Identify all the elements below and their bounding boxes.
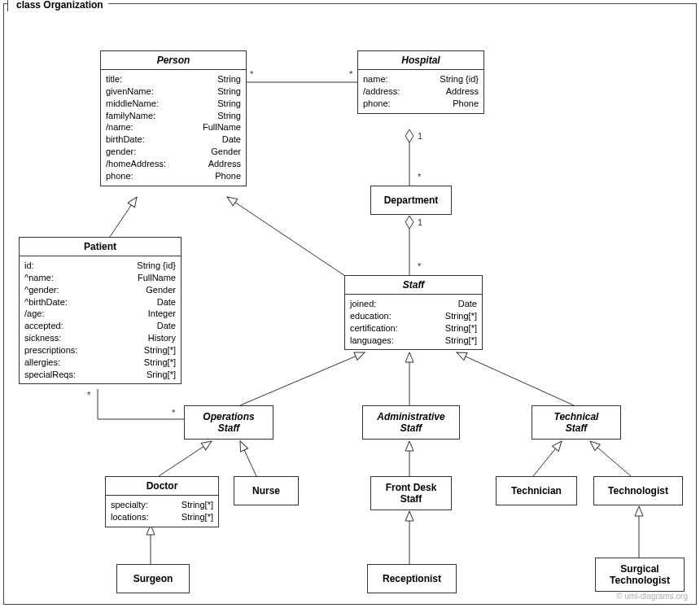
mult-label: * — [87, 390, 90, 400]
class-name: Technical Staff — [532, 406, 620, 439]
class-name: Operations Staff — [185, 406, 273, 439]
attribute-row: /address:Address — [363, 85, 479, 98]
class-name: Hospital — [358, 51, 483, 70]
class-operations-staff: Operations Staff — [184, 405, 273, 440]
class-person: Person title:StringgivenName:Stringmiddl… — [100, 50, 247, 186]
class-name: Surgical Technologist — [596, 558, 684, 591]
mult-label: 1 — [418, 217, 422, 227]
attribute-row: /homeAddress:Address — [106, 158, 241, 170]
package-tab: class Organization — [7, 0, 112, 11]
attribute-row: id:String {id} — [24, 260, 176, 272]
svg-line-4 — [227, 197, 350, 279]
class-patient: Patient id:String {id}^name:FullName^gen… — [19, 237, 182, 384]
class-department: Department — [370, 186, 452, 215]
class-attrs: id:String {id}^name:FullName^gender:Gend… — [20, 256, 181, 383]
attribute-row: certification:String[*] — [350, 322, 477, 335]
class-name: Person — [101, 51, 246, 70]
class-technical-staff: Technical Staff — [532, 405, 621, 440]
class-name: Staff — [345, 276, 482, 295]
class-attrs: name:String {id}/address:Addressphone:Ph… — [358, 70, 483, 113]
class-name: Doctor — [106, 477, 218, 496]
class-technologist: Technologist — [593, 476, 683, 505]
class-surgical-technologist: Surgical Technologist — [595, 558, 685, 592]
class-name: Patient — [20, 238, 181, 256]
attribute-row: ^gender:Gender — [24, 284, 176, 296]
attribute-row: name:String {id} — [363, 73, 479, 85]
mult-label: * — [418, 172, 421, 182]
attribute-row: gender:Gender — [106, 146, 241, 158]
class-receptionist: Receptionist — [367, 564, 457, 593]
attribute-row: locations:String[*] — [111, 511, 213, 523]
attribute-row: title:String — [106, 73, 241, 85]
mult-label: 1 — [418, 131, 422, 141]
mult-label: * — [250, 69, 253, 79]
class-name: Receptionist — [368, 565, 456, 593]
class-front-desk-staff: Front Desk Staff — [370, 476, 452, 510]
class-name: Front Desk Staff — [371, 477, 451, 510]
class-nurse: Nurse — [234, 476, 299, 505]
class-name: Technologist — [594, 477, 682, 505]
attribute-row: joined:Date — [350, 298, 477, 310]
class-attrs: joined:Dateeducation:String[*]certificat… — [345, 295, 482, 349]
class-doctor: Doctor specialty:String[*]locations:Stri… — [105, 476, 219, 527]
class-attrs: title:StringgivenName:StringmiddleName:S… — [101, 70, 246, 186]
class-name: Administrative Staff — [363, 406, 459, 439]
attribute-row: /age:Integer — [24, 308, 176, 320]
attribute-row: familyName:String — [106, 110, 241, 122]
svg-line-7 — [457, 352, 574, 405]
class-staff: Staff joined:Dateeducation:String[*]cert… — [344, 275, 483, 350]
mult-label: * — [418, 261, 421, 271]
attribute-row: birthDate:Date — [106, 133, 241, 146]
attribute-row: ^birthDate:Date — [24, 296, 176, 308]
svg-line-8 — [159, 441, 212, 476]
package-box: class Organization — [3, 3, 697, 605]
attribute-row: middleName:String — [106, 98, 241, 110]
class-hospital: Hospital name:String {id}/address:Addres… — [357, 50, 484, 114]
attribute-row: specialReqs:Sring[*] — [24, 369, 176, 381]
attribute-row: prescriptions:String[*] — [24, 344, 176, 356]
svg-line-14 — [590, 441, 631, 476]
attribute-row: givenName:String — [106, 85, 241, 98]
class-surgeon: Surgeon — [116, 564, 190, 593]
class-name: Surgeon — [117, 565, 189, 593]
watermark: © uml-diagrams.org — [616, 592, 688, 601]
attribute-row: education:String[*] — [350, 310, 477, 322]
attribute-row: specialty:String[*] — [111, 499, 213, 511]
class-name: Technician — [497, 477, 576, 505]
class-attrs: specialty:String[*]locations:String[*] — [106, 496, 218, 527]
diagram-frame: class Organization — [0, 0, 700, 608]
attribute-row: accepted:Date — [24, 320, 176, 332]
class-administrative-staff: Administrative Staff — [362, 405, 460, 440]
svg-line-9 — [240, 441, 256, 476]
attribute-row: sickness:History — [24, 332, 176, 344]
class-technician: Technician — [496, 476, 577, 505]
mult-label: * — [349, 69, 352, 79]
attribute-row: ^name:FullName — [24, 272, 176, 284]
attribute-row: /name:FullName — [106, 121, 241, 133]
svg-line-5 — [240, 352, 365, 405]
class-name: Department — [371, 186, 451, 214]
attribute-row: languages:String[*] — [350, 335, 477, 347]
svg-line-3 — [110, 197, 137, 237]
class-name: Nurse — [234, 477, 298, 505]
mult-label: * — [172, 408, 175, 418]
attribute-row: phone:Phone — [106, 170, 241, 182]
attribute-row: allergies:String[*] — [24, 356, 176, 369]
svg-line-13 — [533, 441, 562, 476]
attribute-row: phone:Phone — [363, 98, 479, 110]
